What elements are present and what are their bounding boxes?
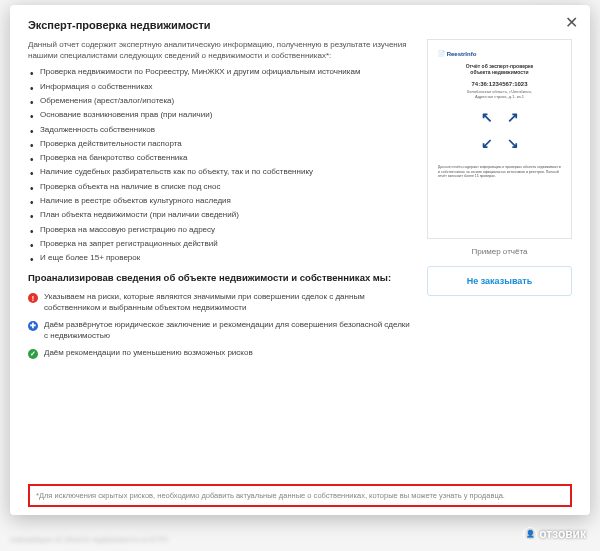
check-item: Проверка действительности паспорта bbox=[28, 139, 413, 150]
check-item: Обременения (арест/залог/ипотека) bbox=[28, 96, 413, 107]
intro-text: Данный отчет содержит экспертную аналити… bbox=[28, 39, 413, 61]
check-item: Задолженность собственников bbox=[28, 125, 413, 136]
check-item: Проверка на запрет регистрационных дейст… bbox=[28, 239, 413, 250]
expand-arrows-icon: ↖↗↙↘ bbox=[481, 109, 519, 151]
warning-icon: ! bbox=[28, 293, 38, 303]
check-item: Наличие в реестре объектов культурного н… bbox=[28, 196, 413, 207]
check-item: Проверка недвижимости по Росреестру, Мин… bbox=[28, 67, 413, 78]
check-item: Проверка объекта на наличие в списке под… bbox=[28, 182, 413, 193]
analysis-text: Указываем на риски, которые являются зна… bbox=[44, 292, 413, 314]
check-item: Информация о собственниках bbox=[28, 82, 413, 93]
analysis-item: ✚ Даём развёрнутое юридическое заключени… bbox=[28, 320, 413, 342]
decline-button[interactable]: Не заказывать bbox=[427, 266, 572, 296]
analysis-text: Даём развёрнутое юридическое заключение … bbox=[44, 320, 413, 342]
modal-right-column: 📄 ReestrInfo Отчёт об эксперт-проверке о… bbox=[427, 39, 572, 365]
check-item: И еще более 15+ проверок bbox=[28, 253, 413, 264]
analysis-item: ! Указываем на риски, которые являются з… bbox=[28, 292, 413, 314]
checks-list: Проверка недвижимости по Росреестру, Мин… bbox=[28, 67, 413, 264]
preview-caption: Пример отчёта bbox=[427, 247, 572, 256]
expert-check-modal: ✕ Эксперт-проверка недвижимости Данный о… bbox=[10, 5, 590, 515]
footnote-text: *Для исключения скрытых рисков, необходи… bbox=[36, 491, 505, 500]
plus-icon: ✚ bbox=[28, 321, 38, 331]
modal-left-column: Данный отчет содержит экспертную аналити… bbox=[28, 39, 413, 365]
preview-address: Челябинская область, г.Челябинск, Адресн… bbox=[467, 89, 532, 99]
modal-title: Эксперт-проверка недвижимости bbox=[28, 19, 572, 31]
watermark-icon: 👤 bbox=[523, 527, 537, 541]
close-icon[interactable]: ✕ bbox=[565, 15, 578, 31]
check-item: Проверка на массовую регистрацию по адре… bbox=[28, 225, 413, 236]
check-item: План объекта недвижимости (при наличии с… bbox=[28, 210, 413, 221]
preview-logo: 📄 ReestrInfo bbox=[438, 50, 476, 57]
check-icon: ✓ bbox=[28, 349, 38, 359]
check-item: Наличие судебных разбирательств как по о… bbox=[28, 167, 413, 178]
analysis-text: Даём рекомендации по уменьшению возможны… bbox=[44, 348, 253, 359]
check-item: Проверка на банкротство собственника bbox=[28, 153, 413, 164]
footnote-highlight: *Для исключения скрытых рисков, необходи… bbox=[28, 484, 572, 507]
preview-title: Отчёт об эксперт-проверке объекта недвиж… bbox=[466, 63, 534, 75]
report-preview: 📄 ReestrInfo Отчёт об эксперт-проверке о… bbox=[427, 39, 572, 239]
preview-kadnum: 74:36:1234567:1023 bbox=[471, 81, 527, 87]
analysis-subtitle: Проанализировав сведения об объекте недв… bbox=[28, 272, 413, 284]
analysis-item: ✓ Даём рекомендации по уменьшению возмож… bbox=[28, 348, 413, 359]
watermark: 👤 отзовик bbox=[523, 527, 586, 541]
check-item: Основание возникновения прав (при наличи… bbox=[28, 110, 413, 121]
